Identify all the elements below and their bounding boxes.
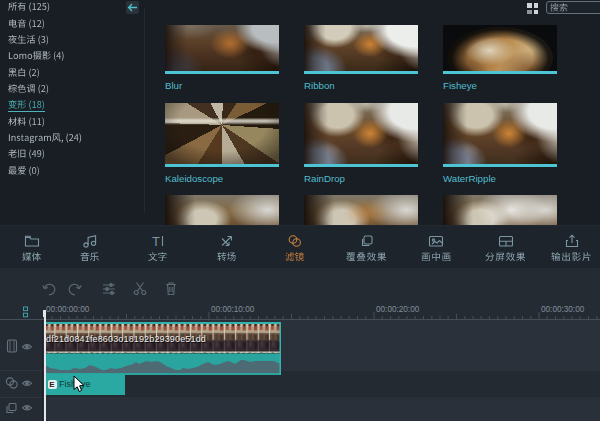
svg-text:T: T [152, 234, 160, 249]
svg-text:00:00:00:00: 00:00:00:00 [46, 305, 90, 314]
svg-text:00:00:20:00: 00:00:20:00 [376, 305, 420, 314]
svg-text:00:00:10:00: 00:00:10:00 [211, 305, 255, 314]
svg-text:00:00:30:00: 00:00:30:00 [541, 305, 585, 314]
